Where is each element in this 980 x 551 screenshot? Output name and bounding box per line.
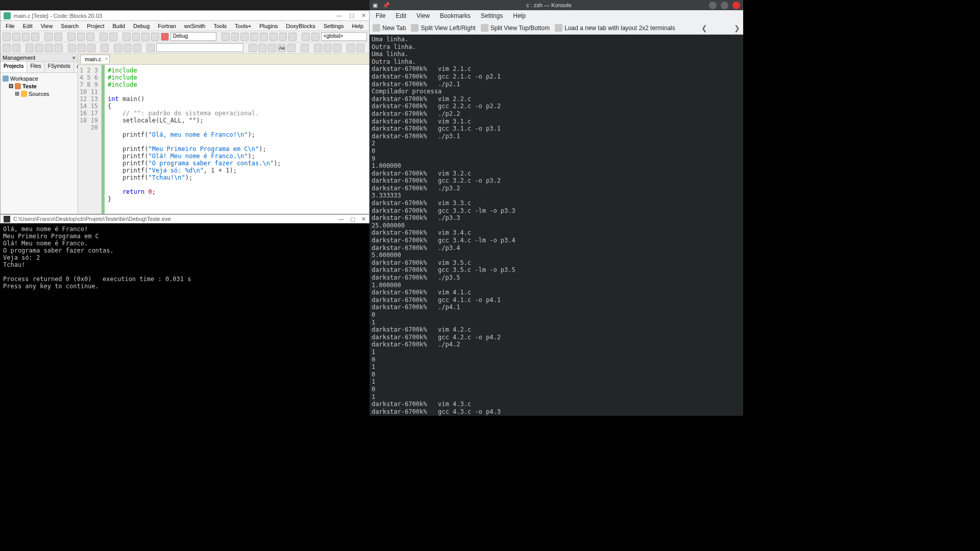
menu-item-help[interactable]: Help — [509, 11, 530, 20]
split-tb-button[interactable]: Split View Top/Bottom — [481, 24, 550, 32]
bookmark-next-icon[interactable] — [45, 44, 53, 52]
pin-icon[interactable]: 📌 — [383, 2, 389, 8]
abort-icon[interactable] — [161, 33, 169, 41]
menu-item-help[interactable]: Help — [349, 22, 366, 30]
code-editor[interactable]: main.c × 1 2 3 4 5 6 7 8 9 10 11 12 13 1… — [78, 54, 369, 214]
minimize-button[interactable]: — — [338, 216, 344, 222]
copy-icon[interactable] — [77, 33, 85, 41]
menu-item-fortran[interactable]: Fortran — [155, 22, 179, 30]
debug-windows-icon[interactable] — [302, 33, 310, 41]
redo-icon[interactable] — [54, 33, 62, 41]
wand-icon[interactable] — [101, 44, 109, 52]
close-button[interactable]: ✕ — [361, 216, 366, 222]
workspace-node[interactable]: Workspace — [10, 76, 38, 82]
panel-3-icon[interactable] — [333, 44, 341, 52]
build-target-combo[interactable]: Debug — [170, 32, 216, 41]
split-lr-button[interactable]: Split View Left/Right — [411, 24, 475, 32]
text-a-icon[interactable]: Aa — [278, 44, 286, 52]
debug-run-icon[interactable] — [222, 33, 230, 41]
mgmt-tab-files[interactable]: Files — [27, 62, 44, 72]
panel-5-icon[interactable] — [356, 44, 364, 52]
break-icon[interactable] — [279, 33, 287, 41]
next-instr-icon[interactable] — [270, 33, 278, 41]
mgmt-tab-projects[interactable]: Projects — [1, 62, 27, 72]
build-icon[interactable] — [122, 33, 131, 41]
bookmark-prev-icon[interactable] — [35, 44, 43, 52]
menu-item-tools[interactable]: Tools — [210, 22, 230, 30]
info-icon[interactable] — [311, 33, 320, 41]
menu-item-debug[interactable]: Debug — [130, 22, 153, 30]
bookmark-clear-icon[interactable] — [55, 44, 63, 52]
cb-titlebar[interactable]: main.c [Teste] - Code::Blocks 20.03 — ▢ … — [1, 11, 369, 21]
uncomment-icon[interactable] — [87, 44, 95, 52]
save-all-icon[interactable] — [31, 33, 39, 41]
menu-item-view[interactable]: View — [38, 22, 56, 30]
step-out-icon[interactable] — [250, 33, 258, 41]
comment-icon[interactable] — [78, 44, 86, 52]
paste-icon[interactable] — [86, 33, 94, 41]
replace-icon[interactable] — [109, 33, 117, 41]
close-button[interactable] — [732, 2, 740, 9]
menu-item-project[interactable]: Project — [84, 22, 107, 30]
menu-item-wxsmith[interactable]: wxSmith — [181, 22, 209, 30]
console-output[interactable]: Olá, meu nome é Franco! Meu Primeiro Pro… — [0, 223, 370, 416]
stop-debug-icon[interactable] — [288, 33, 297, 41]
run-icon[interactable] — [132, 33, 140, 41]
bookmark-toggle-icon[interactable] — [26, 44, 34, 52]
minimize-button[interactable]: — — [336, 12, 342, 19]
tab-close-icon[interactable]: × — [105, 56, 108, 62]
regex-icon[interactable] — [287, 44, 296, 52]
minimize-button[interactable] — [709, 2, 717, 9]
step-over-icon[interactable] — [231, 33, 239, 41]
undo-icon[interactable] — [44, 33, 53, 41]
jump-back-icon[interactable] — [114, 44, 122, 52]
new-file-icon[interactable] — [3, 33, 11, 41]
highlight-icon[interactable] — [268, 44, 276, 52]
console-titlebar[interactable]: C:\Users\Franco\Desktop\cb\Projeto\Teste… — [0, 214, 370, 223]
jump-fwd-icon[interactable] — [124, 44, 132, 52]
run-script-icon[interactable] — [146, 44, 155, 52]
menu-item-edit[interactable]: Edit — [391, 11, 410, 20]
editor-tab-main[interactable]: main.c × — [80, 55, 110, 63]
menu-item-edit[interactable]: Edit — [20, 22, 36, 30]
find-prev-icon[interactable] — [249, 44, 257, 52]
konsole-titlebar[interactable]: ▣ 📌 c : zsh — Konsole — [370, 0, 743, 10]
search-box[interactable] — [156, 43, 243, 52]
menu-item-doxyblocks[interactable]: DoxyBlocks — [283, 22, 318, 30]
mgmt-tab-fsymbols[interactable]: FSymbols — [45, 62, 74, 72]
management-close-icon[interactable]: × — [72, 55, 76, 61]
rebuild-icon[interactable] — [151, 33, 159, 41]
close-button[interactable]: ✕ — [361, 12, 366, 19]
tree-expand-icon[interactable]: ⊞ — [15, 90, 19, 97]
find-next-icon[interactable] — [258, 44, 266, 52]
save-icon[interactable] — [22, 33, 30, 41]
maximize-button[interactable]: ▢ — [350, 216, 355, 222]
sources-node[interactable]: Sources — [29, 91, 49, 97]
forward-icon[interactable] — [12, 44, 20, 52]
maximize-button[interactable]: ▢ — [349, 12, 354, 19]
menu-item-settings[interactable]: Settings — [321, 22, 347, 30]
find-icon[interactable] — [100, 33, 108, 41]
step-into-icon[interactable] — [240, 33, 249, 41]
tree-expand-icon[interactable]: ⊟ — [9, 83, 13, 89]
menu-item-plugins[interactable]: Plugins — [256, 22, 281, 30]
menu-item-build[interactable]: Build — [109, 22, 128, 30]
scope-combo[interactable]: <global> — [321, 32, 367, 41]
panel-4-icon[interactable] — [347, 44, 355, 52]
code-area[interactable]: #include #include #include int main() { … — [105, 65, 369, 214]
project-tree[interactable]: Workspace ⊟ Teste ⊞ Sources — [1, 73, 78, 214]
open-file-icon[interactable] — [12, 33, 20, 41]
maximize-button[interactable] — [721, 2, 728, 9]
toolbar-overflow-right-icon[interactable]: ❯ — [734, 24, 740, 32]
build-run-icon[interactable] — [141, 33, 150, 41]
cut-icon[interactable] — [67, 33, 76, 41]
menu-item-view[interactable]: View — [412, 11, 434, 20]
terminal-output[interactable]: Uma linha. Outra linha. Uma linha. Outra… — [370, 35, 743, 416]
panel-2-icon[interactable] — [324, 44, 332, 52]
new-tab-button[interactable]: New Tab — [373, 24, 406, 32]
doxy-icon[interactable] — [68, 44, 76, 52]
back-icon[interactable] — [3, 44, 11, 52]
mgmt-tab-overflow-icon[interactable]: ▸ — [74, 62, 78, 72]
toolbar-overflow-left-icon[interactable]: ❮ — [701, 24, 707, 32]
menu-item-search[interactable]: Search — [58, 22, 82, 30]
